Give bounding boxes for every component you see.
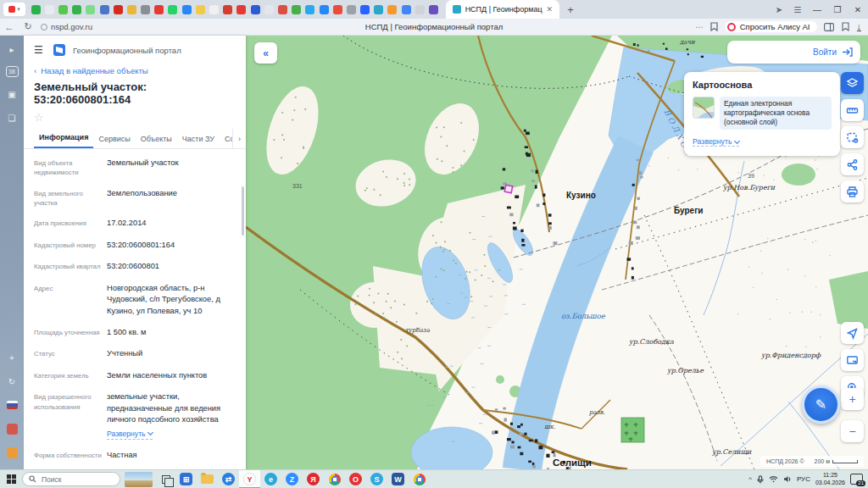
search-input[interactable] — [40, 474, 108, 485]
app-red-icon[interactable] — [5, 422, 19, 435]
tab-favicon[interactable] — [127, 5, 136, 14]
share-icon[interactable]: ➤ — [770, 5, 788, 14]
panel-scrollbar[interactable] — [242, 186, 244, 236]
feedback-chat-button[interactable]: ✎ — [802, 385, 840, 424]
taskbar-app-chrome[interactable] — [324, 470, 345, 488]
restore-button[interactable]: ❐ — [827, 5, 848, 14]
tab-favicon[interactable] — [196, 5, 205, 14]
refresh-icon[interactable]: ↻ — [19, 21, 37, 32]
browser-menu-button[interactable]: ▾ — [3, 3, 25, 16]
downloads-icon[interactable]: ↓ — [857, 23, 862, 31]
app-orange-icon[interactable] — [5, 446, 19, 459]
tab-Сервисы[interactable]: Сервисы — [93, 130, 135, 148]
map-canvas[interactable]: дачиКузиноБурегиСелищиур.Нов.Буреги39оз.… — [246, 36, 868, 469]
taskbar-app-edge[interactable]: e — [260, 470, 281, 488]
extent-button[interactable] — [841, 349, 864, 371]
taskbar-app-skype[interactable]: S — [366, 470, 387, 488]
tab-favicon[interactable] — [264, 5, 274, 14]
zoom-out-button[interactable]: − — [841, 420, 864, 442]
taskbar-app-explorer[interactable] — [197, 470, 218, 488]
expand-link[interactable]: Развернуть — [107, 429, 153, 440]
tab-close-icon[interactable]: ✕ — [547, 5, 554, 14]
tab-favicon[interactable] — [86, 5, 95, 14]
tab-favicon[interactable] — [100, 5, 109, 14]
tab-favicon[interactable] — [182, 5, 192, 14]
panel-collapse-button[interactable]: « — [254, 42, 277, 64]
tab-favicon[interactable] — [360, 5, 370, 14]
news-widget[interactable] — [125, 472, 153, 487]
tab-favicon[interactable] — [168, 5, 177, 14]
taskbar-app-yandex[interactable]: Я — [303, 470, 324, 488]
layers-tool-button[interactable] — [841, 72, 864, 94]
selected-parcel-marker[interactable] — [504, 185, 512, 192]
basemap-layer-item[interactable]: Единая электронная картографическая осно… — [693, 97, 832, 130]
favorite-star-icon[interactable]: ☆ — [24, 108, 246, 124]
tab-favicon[interactable] — [154, 5, 164, 14]
new-tab-button[interactable]: + — [563, 2, 578, 17]
taskbar-search[interactable] — [22, 472, 120, 486]
tab-favicon[interactable] — [429, 5, 438, 14]
tab-Части ЗУ[interactable]: Части ЗУ — [177, 130, 220, 148]
tab-favicon[interactable] — [223, 5, 232, 14]
back-to-results-link[interactable]: ‹ Назад в найденные объекты — [24, 59, 246, 77]
tab-favicon[interactable] — [415, 5, 425, 14]
share-tool-button[interactable] — [841, 153, 864, 175]
zoom-in-button[interactable]: + — [841, 388, 864, 410]
microphone-icon[interactable] — [757, 475, 764, 484]
taskbar-app-opera[interactable]: O — [345, 470, 366, 488]
history-icon[interactable]: ▸ — [5, 42, 19, 56]
flag-ru-icon[interactable] — [5, 398, 19, 412]
notifications-button[interactable]: 21 — [850, 474, 863, 485]
tabs-overflow-button[interactable]: › — [232, 129, 246, 148]
task-view-button[interactable] — [157, 475, 175, 484]
taskbar-app-zoom[interactable]: Z — [281, 470, 303, 488]
taskbar-app-yandex-browser[interactable]: Y — [239, 470, 260, 488]
tab-list-icon[interactable]: ☰ — [788, 5, 807, 14]
sync-icon[interactable]: ↻ — [5, 374, 19, 388]
tab-favicon[interactable] — [251, 5, 260, 14]
tab-favicon[interactable] — [114, 5, 123, 14]
select-area-tool-button[interactable] — [841, 126, 864, 148]
menu-icon[interactable]: ☰ — [34, 46, 46, 54]
print-tool-button[interactable] — [841, 180, 864, 202]
measure-tool-button[interactable] — [841, 99, 864, 121]
language-indicator[interactable]: РУС — [797, 475, 810, 483]
tab-favicon[interactable] — [347, 5, 356, 14]
tab-favicon[interactable] — [141, 5, 150, 14]
more-icon[interactable]: ⋯ — [695, 22, 704, 31]
taskbar-app-teamviewer[interactable]: ⇄ — [218, 470, 239, 488]
tab-favicon[interactable] — [374, 5, 383, 14]
tab-favicon[interactable] — [402, 5, 411, 14]
bookmark-icon[interactable] — [710, 22, 718, 31]
sidebar-panel-icon[interactable] — [824, 23, 834, 31]
back-icon[interactable]: ← — [0, 22, 19, 32]
tray-expand-icon[interactable]: ^ — [748, 475, 752, 483]
collections-icon[interactable] — [841, 22, 850, 31]
tab-favicon[interactable] — [58, 5, 68, 14]
taskbar-app-word[interactable]: W — [387, 470, 409, 488]
tab-Объекты[interactable]: Объекты — [136, 130, 177, 148]
basemap-expand-link[interactable]: Развернуть — [693, 137, 739, 147]
tab-favicon[interactable] — [236, 5, 246, 14]
tab-favicon[interactable] — [387, 5, 397, 14]
login-button[interactable]: Войти — [727, 41, 860, 64]
tab-favicon[interactable] — [31, 5, 41, 14]
tab-favicon[interactable] — [72, 5, 81, 14]
tab-Информация[interactable]: Информация — [34, 129, 93, 148]
tab-favicon[interactable] — [209, 5, 219, 14]
tab-favicon[interactable] — [305, 5, 314, 14]
tab-favicon[interactable] — [278, 5, 287, 14]
screenshot-icon[interactable]: ▣ — [5, 87, 19, 101]
tab-favicon[interactable] — [292, 5, 301, 14]
close-button[interactable]: ✕ — [848, 5, 868, 14]
alice-button[interactable]: Спросить Алису AI — [725, 21, 817, 32]
taskbar-app-google[interactable] — [409, 470, 430, 488]
taskbar-app-photos[interactable]: ⊞ — [175, 470, 197, 488]
minimize-button[interactable]: — — [807, 5, 827, 14]
network-icon[interactable] — [769, 475, 778, 483]
windows-icon[interactable]: ❏ — [5, 111, 19, 125]
clock[interactable]: 11:25 03.04.2026 — [815, 472, 845, 487]
active-tab[interactable]: НСПД | Геоинформац ✕ — [446, 0, 560, 19]
tab-favicon[interactable] — [45, 5, 54, 14]
start-button[interactable] — [0, 474, 22, 484]
